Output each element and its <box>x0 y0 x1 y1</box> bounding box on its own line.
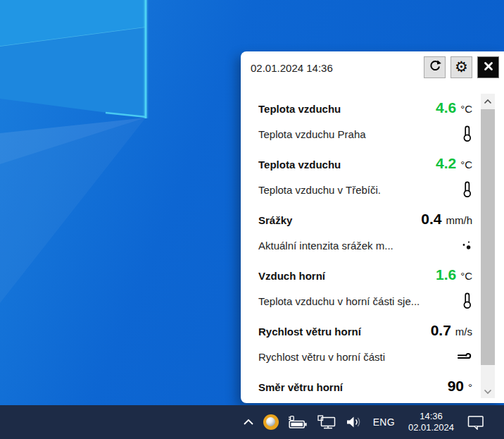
sensor-title: Teplota vzduchu <box>258 102 341 116</box>
sensor-unit: m/s <box>455 326 472 338</box>
sensor-value-wrap: 0.7 m/s <box>431 322 472 339</box>
battery-charging-icon[interactable] <box>288 415 308 429</box>
settings-button[interactable]: ⚙ <box>451 56 472 78</box>
language-indicator[interactable]: ENG <box>373 416 395 428</box>
sensor-list: Teplota vzduchu 4.6 °C Teplota vzduchu P… <box>241 99 504 403</box>
sensor-row-top: Rychlost větru horní 0.7 m/s <box>258 322 472 339</box>
close-button[interactable] <box>477 56 499 78</box>
sensor-value-wrap: 90 ° <box>448 378 472 395</box>
refresh-button[interactable] <box>424 56 446 78</box>
sensor-row[interactable]: Rychlost větru horní 0.7 m/s Rychlost vě… <box>241 322 504 378</box>
thermometer-icon <box>457 292 472 309</box>
thermometer-icon <box>457 181 472 198</box>
wind-icon <box>457 348 472 365</box>
panel-header: 02.01.2024 14:36 ⚙ <box>241 51 504 92</box>
sensor-subtitle: Teplota vzduchu Praha <box>258 128 366 140</box>
sensor-unit: ° <box>468 381 472 393</box>
taskbar-clock[interactable]: 14:36 02.01.2024 <box>408 411 454 433</box>
taskbar-time: 14:36 <box>408 411 454 422</box>
sensor-value-wrap: 0.4 mm/h <box>421 211 472 228</box>
sensor-row-bottom: Teplota vzduchu v horní části sje... <box>258 292 472 309</box>
thermometer-icon <box>457 125 472 142</box>
sensor-row[interactable]: Teplota vzduchu 4.2 °C Teplota vzduchu v… <box>241 155 504 211</box>
sensor-value-wrap: 1.6 °C <box>436 266 472 283</box>
sensor-value: 0.7 <box>431 322 451 339</box>
taskbar-date: 02.01.2024 <box>408 422 454 433</box>
sensor-title: Rychlost větru horní <box>258 325 361 339</box>
taskbar: ENG 14:36 02.01.2024 <box>0 405 504 439</box>
sensor-row-top: Srážky 0.4 mm/h <box>258 211 472 228</box>
header-buttons: ⚙ <box>424 56 499 78</box>
sensor-value: 0.4 <box>421 211 441 228</box>
sensor-row-top: Vzduch horní 1.6 °C <box>258 266 472 283</box>
notification-center-icon[interactable] <box>467 415 484 430</box>
scroll-up-button[interactable] <box>481 94 495 108</box>
network-ethernet-icon[interactable] <box>317 415 336 429</box>
sensor-unit: °C <box>460 159 472 171</box>
close-icon <box>482 60 495 75</box>
sensor-row[interactable]: Srážky 0.4 mm/h Aktuální intenzita sráže… <box>241 211 504 266</box>
orange-app-icon[interactable] <box>263 414 279 430</box>
sensor-row-top: Směr větru horní 90 ° <box>258 378 472 395</box>
rain-icon <box>457 237 472 254</box>
desktop: 02.01.2024 14:36 ⚙ <box>0 0 504 439</box>
sensor-row-bottom: Teplota vzduchu v Třebíči. <box>258 181 472 198</box>
sensor-value: 4.6 <box>436 99 456 116</box>
sensor-row-top: Teplota vzduchu 4.6 °C <box>258 99 472 116</box>
sensor-unit: °C <box>460 270 472 282</box>
scrollbar[interactable] <box>481 94 495 398</box>
chevron-down-icon <box>484 385 492 397</box>
sensor-value-wrap: 4.6 °C <box>436 99 472 116</box>
sensor-row[interactable]: Teplota vzduchu 4.6 °C Teplota vzduchu P… <box>241 99 504 155</box>
scrollbar-thumb[interactable] <box>481 109 495 365</box>
chevron-up-icon <box>484 94 492 107</box>
sensor-unit: mm/h <box>446 214 473 226</box>
sensor-title: Srážky <box>258 214 292 228</box>
system-tray: ENG 14:36 02.01.2024 <box>243 411 484 433</box>
sensor-title: Vzduch horní <box>258 269 325 283</box>
sensor-value-wrap: 4.2 °C <box>436 155 472 172</box>
scroll-down-button[interactable] <box>481 384 495 398</box>
sensor-row-top: Teplota vzduchu 4.2 °C <box>258 155 472 172</box>
sensor-value: 4.2 <box>436 155 456 172</box>
sensor-subtitle: Rychlost větru v horní části <box>258 351 385 363</box>
sensor-title: Teplota vzduchu <box>258 158 341 172</box>
sensor-subtitle: Teplota vzduchu v horní části sje... <box>258 295 420 307</box>
gear-icon: ⚙ <box>455 60 468 75</box>
sensor-row-bottom: Aktuální intenzita srážek m... <box>258 237 472 254</box>
header-datetime: 02.01.2024 14:36 <box>251 62 333 74</box>
sensor-row[interactable]: Směr větru horní 90 ° <box>241 378 504 403</box>
sensor-subtitle: Aktuální intenzita srážek m... <box>258 240 393 252</box>
orange-app-ball <box>266 417 275 426</box>
hidden-icons-chevron[interactable] <box>243 419 254 426</box>
sensor-row-bottom: Rychlost větru v horní části <box>258 348 472 365</box>
sensor-value: 90 <box>448 378 464 395</box>
refresh-icon <box>428 59 442 75</box>
sensor-row-bottom: Teplota vzduchu Praha <box>258 125 472 142</box>
sensor-unit: °C <box>460 103 472 115</box>
volume-icon[interactable] <box>346 415 364 429</box>
sensor-row[interactable]: Vzduch horní 1.6 °C Teplota vzduchu v ho… <box>241 266 504 322</box>
sensor-subtitle: Teplota vzduchu v Třebíči. <box>258 184 381 196</box>
sensor-value: 1.6 <box>436 266 456 283</box>
weather-widget-panel: 02.01.2024 14:36 ⚙ <box>241 51 504 403</box>
sensor-title: Směr větru horní <box>258 381 343 395</box>
